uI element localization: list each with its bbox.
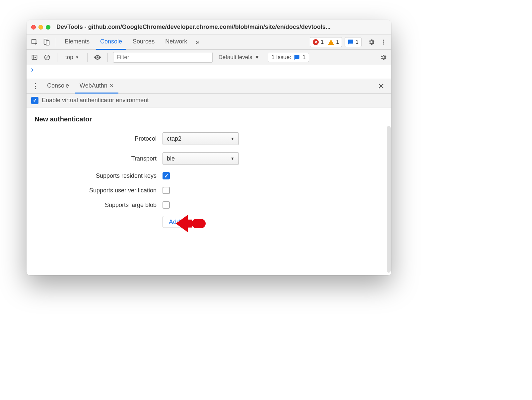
window-controls xyxy=(31,25,50,30)
error-icon xyxy=(313,39,319,45)
devtools-window: DevTools - github.com/GoogleChrome/devel… xyxy=(27,20,391,275)
tab-console[interactable]: Console xyxy=(96,34,126,50)
scrollbar[interactable] xyxy=(387,126,391,273)
user-verification-label: Supports user verification xyxy=(33,187,163,194)
transport-row: Transport ble ▼ xyxy=(33,152,385,165)
dropdown-icon: ▼ xyxy=(231,156,234,161)
maximize-window-button[interactable] xyxy=(46,25,50,30)
drawer-tab-webauthn[interactable]: WebAuthn ✕ xyxy=(75,79,118,94)
divider xyxy=(107,53,108,62)
large-blob-label: Supports large blob xyxy=(33,202,163,209)
dropdown-icon: ▼ xyxy=(231,136,234,141)
context-value: top xyxy=(65,54,73,61)
log-levels-selector[interactable]: Default levels ▼ xyxy=(219,54,260,61)
error-warning-badge[interactable]: 1 1 xyxy=(310,37,342,47)
live-expression-icon[interactable] xyxy=(93,53,102,62)
console-toolbar: top ▼ Default levels ▼ 1 Issue: 1 xyxy=(27,50,391,65)
close-window-button[interactable] xyxy=(31,25,36,30)
large-blob-checkbox[interactable] xyxy=(163,201,170,209)
dropdown-icon: ▼ xyxy=(75,55,79,60)
prompt-caret-icon: › xyxy=(31,65,33,75)
svg-point-4 xyxy=(383,41,384,42)
user-verification-row: Supports user verification xyxy=(33,187,385,194)
large-blob-row: Supports large blob xyxy=(33,201,385,209)
console-sidebar-toggle-icon[interactable] xyxy=(30,53,39,62)
new-authenticator-form: New authenticator Protocol ctap2 ▼ Trans… xyxy=(27,107,391,275)
warning-count: 1 xyxy=(336,39,339,45)
add-row: Add xyxy=(33,216,385,228)
console-output-area[interactable]: › xyxy=(27,65,391,79)
form-title: New authenticator xyxy=(34,115,385,123)
levels-label: Default levels xyxy=(219,54,252,61)
protocol-value: ctap2 xyxy=(167,135,181,142)
tab-sources[interactable]: Sources xyxy=(129,34,159,50)
enable-virtual-authenticator-checkbox[interactable] xyxy=(31,97,38,104)
titlebar: DevTools - github.com/GoogleChrome/devel… xyxy=(27,20,391,34)
tab-network[interactable]: Network xyxy=(161,34,191,50)
clear-console-icon[interactable] xyxy=(42,53,52,62)
transport-label: Transport xyxy=(33,155,163,162)
filter-input[interactable] xyxy=(113,52,213,63)
more-tabs-icon[interactable]: » xyxy=(194,38,201,46)
dropdown-icon: ▼ xyxy=(254,54,260,61)
svg-point-3 xyxy=(383,39,384,40)
resident-keys-label: Supports resident keys xyxy=(33,172,163,179)
issues-badge[interactable]: 1 xyxy=(345,37,362,47)
enable-virtual-authenticator-row: Enable virtual authenticator environment xyxy=(27,94,391,107)
tab-elements[interactable]: Elements xyxy=(61,34,94,50)
add-button[interactable]: Add xyxy=(163,216,186,228)
drawer-tab-label: Console xyxy=(47,82,69,89)
protocol-select[interactable]: ctap2 ▼ xyxy=(163,132,239,145)
protocol-label: Protocol xyxy=(33,135,163,142)
error-count: 1 xyxy=(321,39,324,45)
divider xyxy=(87,53,88,62)
issue-icon xyxy=(294,54,300,60)
resident-keys-row: Supports resident keys xyxy=(33,172,385,179)
warning-icon xyxy=(328,39,334,45)
divider xyxy=(57,53,57,62)
drawer-tab-label: WebAuthn xyxy=(80,82,107,89)
divider xyxy=(56,38,56,46)
svg-rect-2 xyxy=(46,40,49,45)
context-selector[interactable]: top ▼ xyxy=(63,54,82,61)
window-title: DevTools - github.com/GoogleChrome/devel… xyxy=(56,24,387,31)
enable-label: Enable virtual authenticator environment xyxy=(42,97,149,104)
drawer-more-icon[interactable]: ⋮ xyxy=(30,82,41,91)
close-drawer-icon[interactable]: ✕ xyxy=(374,81,388,92)
transport-value: ble xyxy=(167,155,175,162)
console-settings-icon[interactable] xyxy=(379,53,388,62)
transport-select[interactable]: ble ▼ xyxy=(163,152,239,165)
drawer-tab-console[interactable]: Console xyxy=(42,79,74,94)
issues-link[interactable]: 1 Issue: 1 xyxy=(268,53,309,62)
inspect-element-icon[interactable] xyxy=(30,37,39,47)
drawer-tab-strip: ⋮ Console WebAuthn ✕ ✕ xyxy=(27,79,391,94)
resident-keys-checkbox[interactable] xyxy=(163,172,170,179)
user-verification-checkbox[interactable] xyxy=(163,187,170,194)
issues-label: 1 Issue: xyxy=(271,54,291,61)
close-tab-icon[interactable]: ✕ xyxy=(109,83,114,89)
protocol-row: Protocol ctap2 ▼ xyxy=(33,132,385,145)
issue-icon xyxy=(348,39,354,45)
minimize-window-button[interactable] xyxy=(38,25,43,30)
issues-count: 1 xyxy=(302,54,305,61)
device-toggle-icon[interactable] xyxy=(42,37,51,47)
main-tab-strip: Elements Console Sources Network » 1 1 1 xyxy=(27,34,391,50)
svg-point-5 xyxy=(383,43,384,44)
more-menu-icon[interactable] xyxy=(379,37,388,47)
issues-count: 1 xyxy=(356,39,359,45)
settings-icon[interactable] xyxy=(367,37,376,47)
